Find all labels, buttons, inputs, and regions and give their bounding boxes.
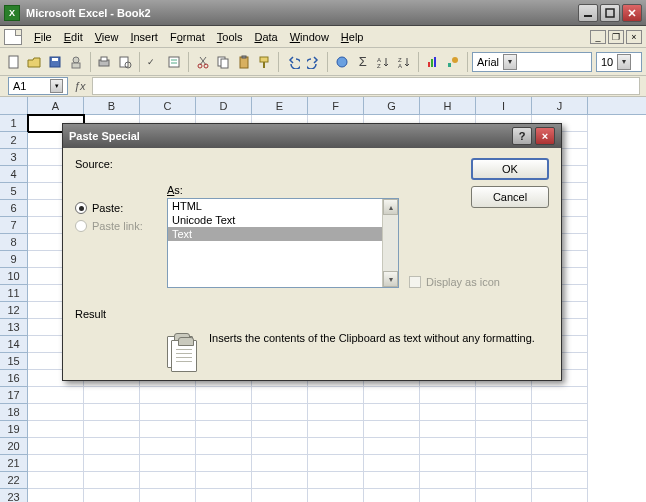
column-header[interactable]: G [364, 97, 420, 114]
cell[interactable] [364, 472, 420, 489]
sort-asc-icon[interactable]: AZ [374, 51, 394, 73]
cell[interactable] [308, 421, 364, 438]
chart-wizard-icon[interactable] [423, 51, 443, 73]
sort-desc-icon[interactable]: ZA [394, 51, 414, 73]
column-header[interactable]: E [252, 97, 308, 114]
row-header[interactable]: 22 [0, 472, 28, 489]
cell[interactable] [364, 387, 420, 404]
cell[interactable] [84, 438, 140, 455]
list-item[interactable]: HTML [168, 199, 382, 213]
cell[interactable] [140, 455, 196, 472]
cell[interactable] [84, 421, 140, 438]
document-icon[interactable] [4, 29, 22, 45]
cell[interactable] [196, 489, 252, 502]
cell[interactable] [28, 438, 84, 455]
permission-icon[interactable] [66, 51, 86, 73]
cell[interactable] [140, 387, 196, 404]
cell[interactable] [364, 438, 420, 455]
row-header[interactable]: 8 [0, 234, 28, 251]
row-header[interactable]: 23 [0, 489, 28, 502]
row-header[interactable]: 20 [0, 438, 28, 455]
cancel-button[interactable]: Cancel [471, 186, 549, 208]
cell[interactable] [252, 472, 308, 489]
cell[interactable] [140, 421, 196, 438]
cell[interactable] [28, 404, 84, 421]
cell[interactable] [532, 404, 588, 421]
cell[interactable] [532, 387, 588, 404]
cell[interactable] [84, 472, 140, 489]
scroll-up-icon[interactable]: ▴ [383, 199, 398, 215]
cell[interactable] [532, 438, 588, 455]
open-icon[interactable] [25, 51, 45, 73]
cell[interactable] [420, 404, 476, 421]
print-icon[interactable] [94, 51, 114, 73]
font-size-combo[interactable]: 10 ▾ [596, 52, 642, 72]
format-listbox[interactable]: HTMLUnicode TextText ▴ ▾ [167, 198, 399, 288]
row-header[interactable]: 2 [0, 132, 28, 149]
cell[interactable] [532, 421, 588, 438]
row-header[interactable]: 9 [0, 251, 28, 268]
scrollbar[interactable]: ▴ ▾ [382, 199, 398, 287]
column-header[interactable]: C [140, 97, 196, 114]
column-header[interactable]: J [532, 97, 588, 114]
paste-radio[interactable]: Paste: [75, 202, 167, 214]
row-header[interactable]: 10 [0, 268, 28, 285]
row-header[interactable]: 21 [0, 455, 28, 472]
cell[interactable] [84, 404, 140, 421]
menu-format[interactable]: Format [164, 29, 211, 45]
row-header[interactable]: 15 [0, 353, 28, 370]
chevron-down-icon[interactable]: ▾ [503, 54, 517, 70]
cell[interactable] [252, 455, 308, 472]
cell[interactable] [252, 404, 308, 421]
row-header[interactable]: 12 [0, 302, 28, 319]
mdi-close-button[interactable]: × [626, 30, 642, 44]
cell[interactable] [84, 387, 140, 404]
dialog-close-button[interactable]: × [535, 127, 555, 145]
menu-help[interactable]: Help [335, 29, 370, 45]
dialog-titlebar[interactable]: Paste Special ? × [63, 124, 561, 148]
minimize-button[interactable] [578, 4, 598, 22]
cell[interactable] [476, 421, 532, 438]
drawing-icon[interactable] [443, 51, 463, 73]
cell[interactable] [364, 404, 420, 421]
undo-icon[interactable] [283, 51, 303, 73]
cell[interactable] [364, 455, 420, 472]
cell[interactable] [196, 421, 252, 438]
row-header[interactable]: 3 [0, 149, 28, 166]
menu-tools[interactable]: Tools [211, 29, 249, 45]
row-header[interactable]: 19 [0, 421, 28, 438]
column-header[interactable]: I [476, 97, 532, 114]
cell[interactable] [420, 455, 476, 472]
close-button[interactable] [622, 4, 642, 22]
cell[interactable] [196, 472, 252, 489]
column-header[interactable]: B [84, 97, 140, 114]
save-icon[interactable] [45, 51, 65, 73]
row-header[interactable]: 17 [0, 387, 28, 404]
cell[interactable] [28, 489, 84, 502]
menu-edit[interactable]: Edit [58, 29, 89, 45]
cell[interactable] [308, 387, 364, 404]
print-preview-icon[interactable] [115, 51, 135, 73]
formula-input[interactable] [92, 77, 640, 95]
cell[interactable] [476, 438, 532, 455]
menu-data[interactable]: Data [248, 29, 283, 45]
cell[interactable] [252, 438, 308, 455]
cell[interactable] [140, 438, 196, 455]
maximize-button[interactable] [600, 4, 620, 22]
cell[interactable] [140, 404, 196, 421]
cut-icon[interactable] [193, 51, 213, 73]
cell[interactable] [476, 455, 532, 472]
cell[interactable] [476, 489, 532, 502]
cell[interactable] [420, 421, 476, 438]
menu-insert[interactable]: Insert [124, 29, 164, 45]
chevron-down-icon[interactable]: ▾ [50, 79, 63, 93]
cell[interactable] [252, 387, 308, 404]
mdi-minimize-button[interactable]: _ [590, 30, 606, 44]
hyperlink-icon[interactable] [332, 51, 352, 73]
row-header[interactable]: 16 [0, 370, 28, 387]
cell[interactable] [308, 438, 364, 455]
select-all-corner[interactable] [0, 97, 28, 114]
ok-button[interactable]: OK [471, 158, 549, 180]
row-header[interactable]: 11 [0, 285, 28, 302]
spelling-icon[interactable]: ✓ [144, 51, 164, 73]
